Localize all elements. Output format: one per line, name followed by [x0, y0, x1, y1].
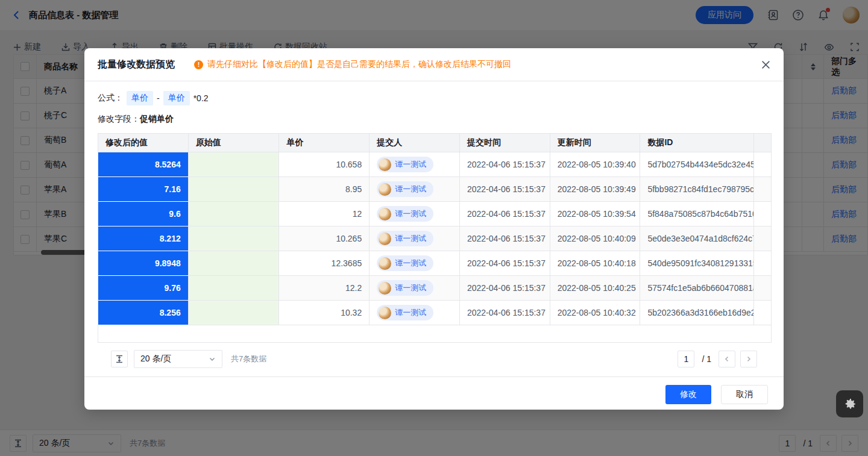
new-value-cell: 8.256: [98, 301, 189, 325]
submitter-chip[interactable]: 谭一测试: [377, 157, 433, 172]
data-id-cell: 5f848a75085c87b4c64b7510: [640, 202, 754, 226]
data-id-cell: 5d7b02754b4434e5dc32e45b: [640, 152, 754, 177]
original-value-cell: [189, 276, 280, 301]
unit-price-cell: 12: [279, 202, 370, 226]
modal-footer: 修改 取消: [84, 377, 784, 404]
formula-suffix: *0.2: [193, 93, 209, 103]
warning-icon: !: [194, 60, 203, 69]
submitter-chip[interactable]: 谭一测试: [377, 231, 433, 246]
page-size-select[interactable]: 20 条/页: [134, 350, 222, 368]
submitter-cell: 谭一测试: [370, 251, 460, 276]
submitter-cell: 谭一测试: [370, 152, 460, 177]
submitter-name: 谭一测试: [395, 159, 426, 170]
update-time-cell: 2022-08-05 10:40:32: [550, 301, 641, 325]
unit-price-cell: 10.265: [279, 226, 370, 251]
page-total-label: / 1: [702, 354, 711, 364]
update-time-cell: 2022-08-05 10:39:54: [550, 202, 641, 226]
page-size-value: 20 条/页: [140, 354, 171, 364]
submit-time-cell: 2022-04-06 15:15:37: [460, 177, 550, 202]
header-data-id: 数据ID: [640, 134, 754, 152]
new-value-cell: 8.5264: [98, 152, 189, 177]
formula-row: 公式： 单价 - 单价 *0.2: [98, 91, 770, 105]
new-value-cell: 9.76: [98, 276, 189, 301]
modal-pagination: 20 条/页 共7条数据 1 / 1: [98, 350, 770, 368]
data-id-cell: 5fbb98271c84fd1ec798795c: [640, 177, 754, 202]
preview-table: 修改后的值 原始值 单价 提交人 提交时间 更新时间 数据ID 8.526410…: [98, 133, 772, 343]
submitter-name: 谭一测试: [395, 258, 426, 269]
submitter-chip[interactable]: 谭一测试: [377, 280, 433, 296]
modified-field-row: 修改字段： 促销单价: [98, 114, 770, 125]
confirm-button[interactable]: 修改: [665, 385, 711, 404]
modal-header: 批量修改数据预览 ! 请先仔细对比【修改后的值】是否是自己需要的结果后，确认修改…: [84, 48, 784, 81]
submitter-chip[interactable]: 谭一测试: [377, 206, 433, 222]
submitter-cell: 谭一测试: [370, 226, 460, 251]
unit-price-cell: 10.658: [279, 152, 370, 177]
chevron-down-icon: [209, 355, 216, 363]
close-icon[interactable]: [761, 60, 770, 69]
submitter-name: 谭一测试: [395, 307, 426, 318]
cancel-button[interactable]: 取消: [721, 385, 768, 404]
formula-field-chip[interactable]: 单价: [163, 91, 190, 105]
formula-field-chip[interactable]: 单价: [127, 91, 153, 105]
formula-operator: -: [157, 93, 160, 103]
original-value-cell: [189, 202, 280, 226]
screen: 商品信息表 - 数据管理 应用访问 新建 导入 导出: [0, 0, 868, 456]
submit-time-cell: 2022-04-06 15:15:37: [460, 202, 550, 226]
prev-page-icon[interactable]: [719, 351, 735, 367]
warning-text: 请先仔细对比【修改后的值】是否是自己需要的结果后，确认修改后结果不可撤回: [207, 59, 511, 70]
table-row: 8.526410.658谭一测试2022-04-06 15:15:372022-…: [98, 152, 771, 177]
unit-price-cell: 8.95: [279, 177, 370, 202]
submitter-chip[interactable]: 谭一测试: [377, 255, 433, 271]
submitter-avatar: [379, 158, 391, 171]
unit-price-cell: 12.2: [279, 276, 370, 301]
original-value-cell: [189, 301, 280, 325]
formula-label: 公式：: [98, 93, 123, 104]
next-page-icon[interactable]: [740, 351, 757, 367]
submitter-avatar: [379, 282, 391, 295]
new-value-cell: 7.16: [98, 177, 189, 202]
total-count-label: 共7条数据: [231, 354, 266, 364]
original-value-cell: [189, 251, 280, 276]
update-time-cell: 2022-08-05 10:40:18: [550, 251, 641, 276]
data-id-cell: 540de95091fc340812913315: [640, 251, 754, 276]
original-value-cell: [189, 177, 280, 202]
modal-title: 批量修改数据预览: [98, 58, 175, 71]
unit-price-cell: 10.32: [279, 301, 370, 325]
submitter-name: 谭一测试: [395, 208, 426, 219]
batch-edit-preview-modal: 批量修改数据预览 ! 请先仔细对比【修改后的值】是否是自己需要的结果后，确认修改…: [84, 48, 784, 410]
unit-price-cell: 12.3685: [279, 251, 370, 276]
submit-time-cell: 2022-04-06 15:15:37: [460, 226, 550, 251]
filler-cell: [754, 251, 771, 276]
filler-cell: [754, 152, 771, 177]
update-time-cell: 2022-08-05 10:39:40: [550, 152, 641, 177]
modified-field-label: 修改字段：: [98, 114, 140, 125]
data-id-cell: 5e0de3e3e0474a1d8cf624c7: [640, 226, 754, 251]
submit-time-cell: 2022-04-06 15:15:37: [460, 276, 550, 301]
settings-gear-button[interactable]: [836, 390, 863, 417]
update-time-cell: 2022-08-05 10:39:49: [550, 177, 641, 202]
page-number-input[interactable]: 1: [678, 351, 694, 367]
table-row: 9.894812.3685谭一测试2022-04-06 15:15:372022…: [98, 251, 771, 276]
filler-cell: [754, 276, 771, 301]
row-height-icon[interactable]: [111, 351, 128, 367]
header-submitter: 提交人: [370, 134, 460, 152]
submitter-avatar: [379, 257, 391, 270]
table-row: 9.612谭一测试2022-04-06 15:15:372022-08-05 1…: [98, 202, 771, 226]
submitter-name: 谭一测试: [395, 233, 426, 244]
submitter-avatar: [379, 233, 391, 245]
submitter-chip[interactable]: 谭一测试: [377, 305, 433, 320]
header-update-time: 更新时间: [550, 134, 641, 152]
submitter-cell: 谭一测试: [370, 202, 460, 226]
submitter-avatar: [379, 208, 391, 220]
submitter-avatar: [379, 183, 391, 196]
header-filler: [754, 134, 771, 152]
table-row: 8.21210.265谭一测试2022-04-06 15:15:372022-0…: [98, 226, 771, 251]
submitter-chip[interactable]: 谭一测试: [377, 181, 433, 197]
submitter-avatar: [379, 307, 391, 319]
header-original-value: 原始值: [189, 134, 280, 152]
submit-time-cell: 2022-04-06 15:15:37: [460, 152, 550, 177]
data-id-cell: 57574fc1e5ab6b660470881a: [640, 276, 754, 301]
table-row: 8.25610.32谭一测试2022-04-06 15:15:372022-08…: [98, 301, 771, 325]
update-time-cell: 2022-08-05 10:40:25: [550, 276, 641, 301]
submitter-cell: 谭一测试: [370, 301, 460, 325]
